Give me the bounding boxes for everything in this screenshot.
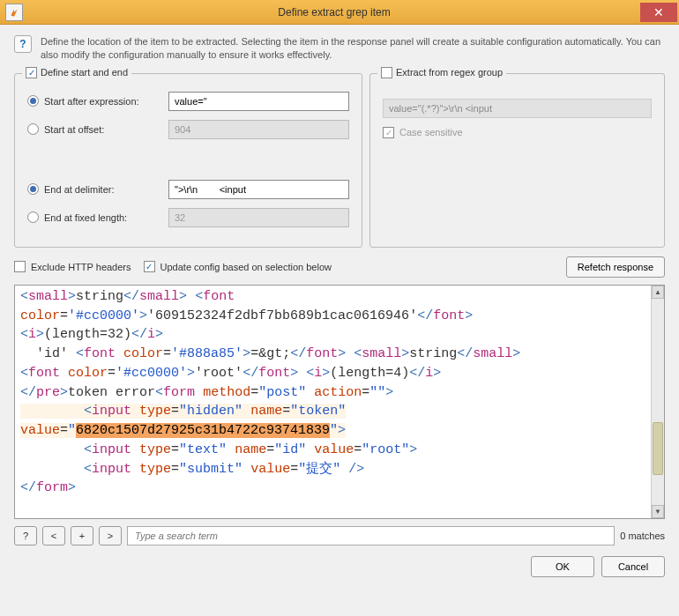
response-panel[interactable]: <small>string</small> <font color='#cc00… (14, 285, 665, 519)
title-bar: Define extract grep item ✕ (0, 0, 679, 25)
exclude-http-label: Exclude HTTP headers (31, 262, 131, 272)
end-at-fixed-length-radio[interactable] (27, 212, 39, 223)
extract-regex-panel: Extract from regex group value="(.*?)">\… (369, 73, 665, 248)
refetch-response-button[interactable]: Refetch response (566, 256, 665, 278)
define-start-end-legend: Define start and end (41, 67, 128, 78)
start-after-expression-input[interactable] (168, 92, 349, 111)
define-start-end-panel: ✓ Define start and end Start after expre… (14, 73, 362, 248)
scroll-thumb[interactable] (653, 422, 663, 475)
case-sensitive-checkbox: ✓ (383, 127, 394, 138)
scroll-up-arrow[interactable]: ▲ (652, 286, 664, 299)
define-start-end-checkbox[interactable]: ✓ (26, 67, 37, 78)
ok-button[interactable]: OK (531, 556, 594, 577)
extract-regex-legend: Extract from regex group (396, 67, 503, 78)
regex-input: value="(.*?)">\r\n <input (383, 99, 652, 118)
search-input[interactable] (127, 526, 615, 545)
window-title: Define extract grep item (28, 6, 640, 19)
exclude-http-checkbox[interactable] (14, 261, 26, 272)
extract-regex-checkbox[interactable] (381, 67, 392, 78)
search-matches-label: 0 matches (620, 531, 665, 541)
start-at-offset-label: Start at offset: (44, 124, 163, 135)
search-next-button[interactable]: > (99, 526, 122, 545)
cancel-button[interactable]: Cancel (601, 556, 665, 577)
scroll-down-arrow[interactable]: ▼ (652, 505, 664, 518)
start-at-offset-radio[interactable] (27, 123, 39, 135)
start-at-offset-input (168, 120, 349, 139)
end-at-fixed-length-label: End at fixed length: (44, 212, 163, 223)
case-sensitive-label: Case sensitive (399, 127, 463, 137)
close-button[interactable]: ✕ (640, 3, 677, 22)
search-add-button[interactable]: + (71, 526, 93, 545)
end-at-delimiter-input[interactable] (168, 180, 349, 199)
end-at-delimiter-radio[interactable] (27, 183, 39, 195)
search-help-button[interactable]: ? (14, 526, 37, 545)
start-after-expression-label: Start after expression: (44, 96, 163, 107)
end-at-fixed-length-input (168, 208, 349, 227)
end-at-delimiter-label: End at delimiter: (44, 184, 163, 195)
update-config-checkbox[interactable]: ✓ (144, 261, 155, 272)
search-prev-button[interactable]: < (42, 526, 65, 545)
response-scrollbar[interactable]: ▲ ▼ (651, 286, 664, 518)
response-code[interactable]: <small>string</small> <font color='#cc00… (15, 286, 664, 500)
start-after-expression-radio[interactable] (27, 95, 39, 107)
instruction-text: Define the location of the item to be ex… (41, 35, 665, 63)
update-config-label: Update config based on selection below (160, 262, 332, 272)
help-icon[interactable]: ? (14, 35, 32, 53)
app-icon (5, 4, 23, 21)
